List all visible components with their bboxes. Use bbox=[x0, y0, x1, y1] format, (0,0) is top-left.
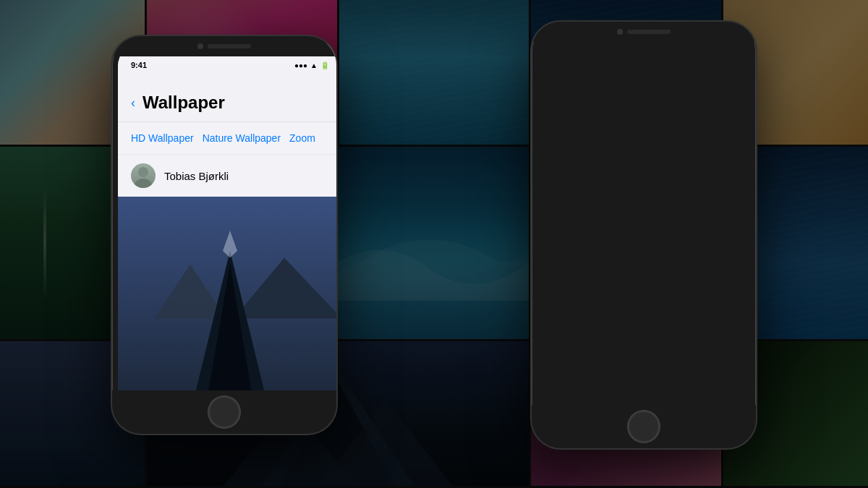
user-row: Tobias Bjørkli bbox=[118, 155, 336, 197]
user-name: Tobias Bjørkli bbox=[164, 170, 229, 182]
phone-left-speaker bbox=[208, 44, 251, 48]
svg-point-4 bbox=[138, 167, 148, 177]
phone-left-camera bbox=[197, 43, 203, 49]
phone-left-screen: 9:41 ●●● ▲ 🔋 ‹ Wallpaper HD Wallpaper Na… bbox=[118, 42, 336, 414]
phone-left-bottom bbox=[112, 390, 336, 434]
phone-left-top-bar bbox=[112, 36, 336, 56]
phone-right: ⌂ + bbox=[532, 22, 756, 448]
phone-left: 9:41 ●●● ▲ 🔋 ‹ Wallpaper HD Wallpaper Na… bbox=[112, 36, 336, 434]
screen-header: ‹ Wallpaper bbox=[118, 65, 336, 122]
phone-right-camera bbox=[617, 29, 623, 35]
back-button[interactable]: ‹ bbox=[131, 95, 135, 111]
screen-photo-content bbox=[118, 197, 336, 414]
tags-row: HD Wallpaper Nature Wallpaper Zoom bbox=[118, 122, 336, 155]
tag-hd[interactable]: HD Wallpaper bbox=[131, 132, 194, 144]
svg-point-5 bbox=[135, 179, 152, 188]
home-button-right[interactable] bbox=[628, 411, 660, 442]
phone-right-bottom bbox=[532, 405, 756, 448]
home-button-left[interactable] bbox=[208, 396, 240, 428]
status-time: 9:41 bbox=[131, 61, 147, 69]
tag-nature[interactable]: Nature Wallpaper bbox=[203, 132, 281, 144]
screen-title: Wallpaper bbox=[142, 93, 225, 113]
user-avatar bbox=[131, 163, 156, 188]
tag-zoom[interactable]: Zoom bbox=[289, 132, 315, 144]
status-icons: ●●● ▲ 🔋 bbox=[294, 61, 329, 69]
phone-right-speaker bbox=[627, 30, 671, 34]
phone-right-top-bar bbox=[532, 22, 756, 42]
